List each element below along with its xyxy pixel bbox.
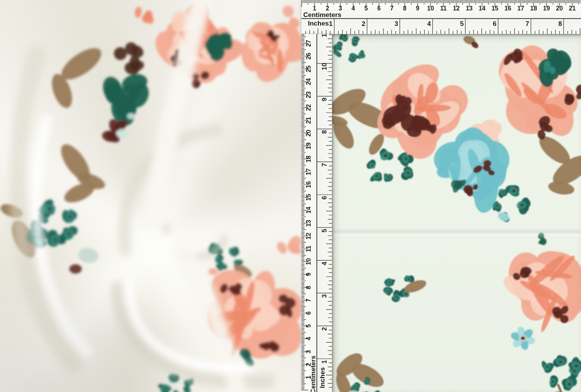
fabric-product-photo: Centimeters Inches 123456789101112131415…	[0, 0, 581, 392]
cm-tick-label: 24	[305, 78, 312, 85]
cm-tick-label: 2	[305, 363, 312, 366]
inch-tick-label: 11	[321, 34, 328, 37]
inch-tick-label: 3	[394, 20, 398, 28]
cm-tick-label: 12	[305, 233, 312, 240]
inch-tick-label: 8	[321, 130, 328, 134]
cm-tick-label: 17	[517, 5, 524, 12]
cm-tick-label: 11	[305, 246, 312, 252]
inch-tick-label: 2	[321, 327, 328, 330]
inch-tick-label: 6	[321, 196, 328, 199]
cm-tick-label: 7	[390, 5, 394, 12]
horizontal-ruler-divider	[301, 18, 581, 19]
flat-fabric-floral-art	[332, 34, 581, 392]
vertical-ruler-divider	[316, 34, 317, 392]
cm-tick-label: 3	[339, 5, 342, 12]
inch-tick-label: 7	[321, 163, 328, 166]
cm-tick-label: 20	[305, 130, 312, 137]
cm-tick-label: 18	[530, 5, 537, 12]
cm-tick-label: 9	[305, 273, 312, 276]
cm-tick-label: 21	[305, 117, 312, 124]
inch-tick-label: 5	[321, 229, 328, 232]
cm-tick-label: 2	[326, 5, 329, 12]
cm-tick-label: 3	[305, 350, 312, 353]
cm-tick-label: 16	[504, 5, 511, 12]
cm-tick-label: 6	[305, 312, 312, 315]
cm-tick-label: 6	[377, 5, 381, 12]
cm-tick-label: 22	[305, 104, 312, 111]
flat-fabric-panel	[332, 34, 581, 392]
cm-tick-label: 11	[440, 5, 447, 12]
cm-tick-label: 18	[305, 156, 312, 163]
cm-tick-label: 17	[305, 168, 312, 175]
inch-tick-label: 4	[427, 20, 431, 28]
floral-print-clusters	[332, 34, 581, 392]
cm-tick-label: 19	[305, 142, 312, 149]
cm-tick-label: 20	[556, 5, 563, 12]
inch-tick-label: 5	[460, 20, 464, 28]
cm-tick-label: 15	[305, 194, 312, 201]
cm-tick-label: 25	[305, 65, 312, 72]
inch-tick-label: 1	[329, 20, 332, 28]
cm-tick-label: 5	[305, 324, 312, 328]
inch-tick-label: 8	[558, 20, 562, 28]
cm-tick-label: 9	[416, 5, 419, 12]
cm-tick-label: 19	[543, 5, 550, 12]
cm-tick-label: 21	[569, 5, 576, 12]
cm-tick-label: 10	[305, 258, 312, 265]
cm-tick-label: 13	[305, 220, 312, 227]
horizontal-ruler: Centimeters Inches 123456789101112131415…	[301, 0, 581, 34]
inch-tick-label: 7	[526, 20, 529, 28]
cm-tick-label: 8	[403, 5, 407, 12]
cm-tick-label: 16	[305, 181, 312, 188]
horizontal-inches-label: Inches	[308, 20, 329, 27]
cm-tick-label: 14	[305, 207, 312, 214]
cm-tick-label: 15	[492, 5, 498, 12]
cm-tick-label: 8	[305, 286, 312, 289]
vertical-inches-label: Inches	[319, 367, 327, 388]
cm-tick-label: 7	[305, 298, 312, 302]
vertical-ruler: Centimeters Inches 123456789101112131415…	[301, 34, 332, 392]
inch-tick-label: 2	[362, 20, 365, 28]
inch-tick-label: 6	[493, 20, 496, 28]
cm-tick-label: 10	[427, 5, 434, 12]
inch-tick-label: 4	[321, 262, 328, 265]
inch-tick-label: 3	[321, 294, 328, 298]
cm-tick-label: 23	[305, 91, 312, 98]
cm-tick-label: 1	[305, 376, 312, 379]
inch-tick-label: 9	[321, 98, 328, 101]
cm-tick-label: 14	[479, 5, 486, 12]
cm-tick-label: 5	[364, 5, 368, 12]
horizontal-centimeters-label: Centimeters	[303, 11, 341, 19]
swirled-fabric-floral-art	[0, 0, 302, 392]
inch-tick-label: 10	[321, 63, 328, 70]
cm-tick-label: 13	[466, 5, 473, 12]
cm-tick-label: 26	[305, 53, 312, 60]
cm-tick-label: 12	[453, 5, 460, 12]
inch-tick-label: 1	[321, 360, 328, 363]
vertical-centimeters-label: Centimeters	[309, 356, 317, 392]
swirled-fabric-photo	[0, 0, 302, 392]
cm-tick-label: 27	[305, 40, 312, 47]
cm-tick-label: 1	[313, 5, 316, 12]
cm-tick-label: 4	[351, 5, 355, 12]
cm-tick-label: 4	[305, 337, 312, 341]
